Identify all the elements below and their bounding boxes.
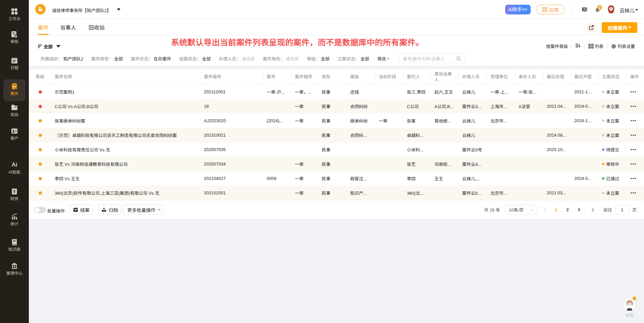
svg-text:?: ? [584,8,586,11]
